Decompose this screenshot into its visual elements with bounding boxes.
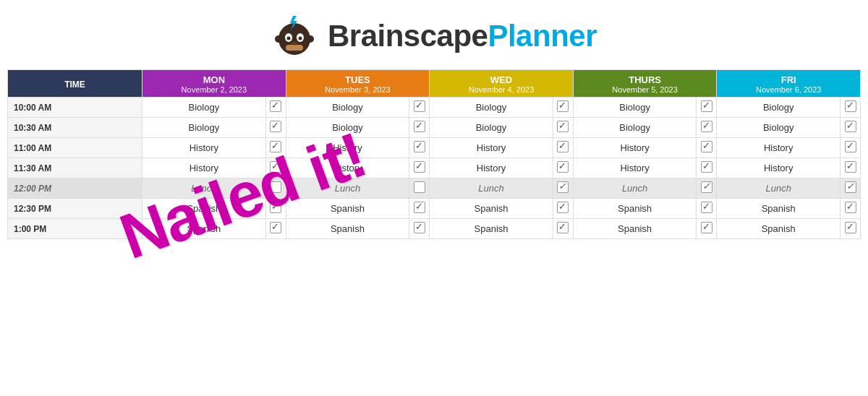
subject-cell: Biology [573,98,697,118]
checkbox-icon[interactable] [845,181,856,193]
mon-day-label: MON [145,74,283,85]
checkbox-cell[interactable] [553,98,573,118]
checkbox-icon[interactable] [701,181,712,193]
tues-date-label: November 3, 2023 [289,85,427,94]
checkbox-icon[interactable] [414,181,425,193]
checkbox-icon[interactable] [845,100,856,112]
checkbox-cell[interactable] [265,199,286,219]
subject-cell: Spanish [286,199,409,219]
checkbox-cell[interactable] [553,199,573,219]
subject-cell: Spanish [717,199,841,219]
checkbox-cell[interactable] [697,219,717,239]
checkbox-icon[interactable] [701,141,712,152]
checkbox-cell[interactable] [553,118,573,138]
checkbox-icon[interactable] [845,202,856,213]
checkbox-cell[interactable] [697,118,717,138]
checkbox-cell[interactable] [697,158,717,178]
checkbox-cell[interactable] [697,98,717,118]
checkbox-icon[interactable] [845,222,856,233]
table-row: 11:00 AMHistoryHistoryHistoryHistoryHist… [8,138,861,158]
checkbox-icon[interactable] [270,181,281,193]
checkbox-cell[interactable] [841,178,861,199]
checkbox-icon[interactable] [557,222,569,233]
checkbox-icon[interactable] [270,141,281,152]
time-cell: 10:30 AM [8,118,142,138]
checkbox-icon[interactable] [701,121,712,132]
checkbox-icon[interactable] [270,121,281,132]
checkbox-cell[interactable] [409,118,430,138]
checkbox-icon[interactable] [270,100,281,112]
table-row: 12:30 PMSpanishSpanishSpanishSpanishSpan… [8,199,861,219]
subject-cell: History [286,138,409,158]
time-cell: 12:30 PM [8,199,142,219]
checkbox-icon[interactable] [701,161,712,173]
checkbox-cell[interactable] [697,199,717,219]
subject-cell: History [142,138,266,158]
checkbox-cell[interactable] [553,158,573,178]
subject-cell: History [430,138,553,158]
subject-cell: History [717,158,841,178]
fri-day-label: FRI [720,74,857,85]
fri-header: FRI November 6, 2023 [717,70,861,98]
checkbox-cell[interactable] [697,138,717,158]
thurs-day-label: THURS [576,74,714,85]
schedule-table-wrapper: TIME MON November 2, 2023 TUES November … [0,69,868,239]
checkbox-cell[interactable] [697,178,717,199]
checkbox-cell[interactable] [841,199,861,219]
checkbox-icon[interactable] [414,161,425,173]
checkbox-icon[interactable] [414,202,425,213]
checkbox-cell[interactable] [841,138,861,158]
checkbox-icon[interactable] [557,202,569,213]
subject-cell: History [573,158,697,178]
checkbox-icon[interactable] [701,100,712,112]
checkbox-cell[interactable] [265,118,286,138]
checkbox-icon[interactable] [845,141,856,152]
subject-cell: Biology [286,118,409,138]
checkbox-icon[interactable] [414,222,425,233]
checkbox-cell[interactable] [265,219,286,239]
checkbox-cell[interactable] [265,178,286,199]
brand-title: BrainscapePlanner [328,19,597,53]
subject-cell: Biology [142,118,266,138]
svg-point-5 [286,37,290,40]
svg-point-6 [298,37,302,40]
checkbox-cell[interactable] [841,118,861,138]
checkbox-icon[interactable] [557,100,569,112]
checkbox-icon[interactable] [270,222,281,233]
tues-day-label: TUES [289,74,427,85]
checkbox-icon[interactable] [845,161,856,173]
checkbox-cell[interactable] [265,98,286,118]
checkbox-cell[interactable] [841,158,861,178]
checkbox-icon[interactable] [701,222,712,233]
checkbox-icon[interactable] [414,100,425,112]
checkbox-cell[interactable] [841,219,861,239]
checkbox-icon[interactable] [557,161,569,173]
checkbox-icon[interactable] [414,121,425,132]
checkbox-icon[interactable] [845,121,856,132]
subject-cell: Biology [573,118,697,138]
subject-cell: Spanish [142,219,266,239]
checkbox-icon[interactable] [557,141,569,152]
checkbox-cell[interactable] [553,219,573,239]
checkbox-cell[interactable] [409,138,430,158]
checkbox-icon[interactable] [414,141,425,152]
time-cell: 11:00 AM [8,138,142,158]
checkbox-cell[interactable] [409,178,430,199]
checkbox-icon[interactable] [557,181,569,193]
checkbox-icon[interactable] [701,202,712,213]
checkbox-cell[interactable] [553,138,573,158]
checkbox-cell[interactable] [265,158,286,178]
checkbox-cell[interactable] [409,98,430,118]
checkbox-cell[interactable] [553,178,573,199]
checkbox-cell[interactable] [841,98,861,118]
checkbox-cell[interactable] [409,199,430,219]
checkbox-cell[interactable] [265,138,286,158]
svg-point-2 [307,35,314,43]
checkbox-cell[interactable] [409,158,430,178]
checkbox-icon[interactable] [270,202,281,213]
logo-icon [271,13,318,59]
checkbox-cell[interactable] [409,219,430,239]
checkbox-icon[interactable] [557,121,569,132]
checkbox-icon[interactable] [270,161,281,173]
table-row: 10:00 AMBiologyBiologyBiologyBiologyBiol… [8,98,861,118]
